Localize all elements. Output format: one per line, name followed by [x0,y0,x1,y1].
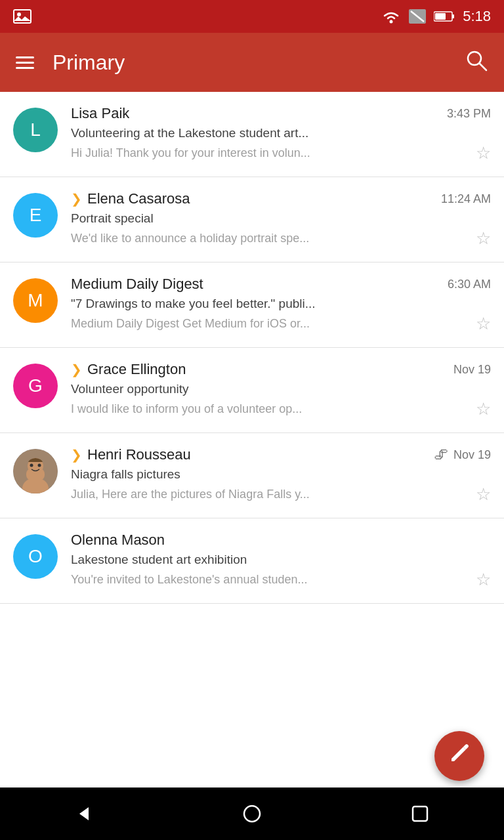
email-item[interactable]: ❯ Henri Rousseau 🖇Nov 19 Niagra falls pi… [0,433,504,518]
avatar: E [13,193,58,238]
email-sender: ❯ Elena Casarosa [71,190,190,207]
email-preview-text: We'd like to announce a holiday portrait… [71,232,469,245]
avatar [13,449,58,494]
app-title: Primary [52,51,465,75]
email-preview: You're invited to Lakestone's annual stu… [71,570,491,590]
email-preview-text: Hi Julia! Thank you for your interest in… [71,146,469,160]
star-button[interactable]: ☆ [476,143,491,163]
email-sender: Olenna Mason [71,532,165,549]
svg-rect-6 [452,14,454,18]
avatar: G [13,364,58,408]
svg-point-16 [38,464,41,467]
home-button[interactable] [236,797,268,830]
email-subject: Niagra falls pictures [71,467,491,482]
wifi-icon [381,9,401,24]
email-time: 6:30 AM [448,278,491,291]
email-sender: Medium Daily Digest [71,276,203,293]
email-preview: We'd like to announce a holiday portrait… [71,228,491,249]
email-time-container: 3:43 PM [447,107,491,121]
svg-point-18 [244,806,260,822]
svg-rect-19 [413,807,427,821]
avatar: O [13,534,58,579]
compose-icon [448,742,471,770]
email-preview-text: Medium Daily Digest Get Medium for iOS o… [71,317,469,331]
svg-point-1 [17,12,21,16]
email-sender: ❯ Grace Ellington [71,361,186,378]
search-button[interactable] [465,49,488,77]
email-time: Nov 19 [453,363,491,377]
email-item[interactable]: M Medium Daily Digest 6:30 AM "7 Drawing… [0,262,504,348]
signal-icon [409,9,426,24]
star-button[interactable]: ☆ [476,570,491,590]
svg-point-8 [468,52,481,65]
bottom-navigation [0,788,504,840]
email-preview: I would like to inform you of a voluntee… [71,399,491,419]
hamburger-menu-button[interactable] [16,56,34,69]
email-preview-text: Julia, Here are the pictures of Niagra F… [71,488,469,501]
important-marker: ❯ [71,362,82,377]
email-subject: Portrait special [71,211,491,226]
status-bar-left [13,9,373,24]
svg-point-2 [390,20,393,24]
email-content: ❯ Elena Casarosa 11:24 AM Portrait speci… [71,190,491,249]
email-preview-text: I would like to inform you of a voluntee… [71,402,469,416]
important-marker: ❯ [71,447,82,463]
star-button[interactable]: ☆ [476,399,491,419]
email-header: Olenna Mason [71,532,491,549]
email-time-container: 🖇Nov 19 [434,446,491,463]
battery-icon [434,10,455,22]
email-header: Lisa Paik 3:43 PM [71,105,491,122]
email-sender: Lisa Paik [71,105,129,122]
email-header: Medium Daily Digest 6:30 AM [71,276,491,293]
email-content: ❯ Grace Ellington Nov 19 Volunteer oppor… [71,361,491,419]
email-time: 11:24 AM [441,192,491,206]
email-content: Olenna Mason Lakestone student art exhib… [71,532,491,590]
recents-button[interactable] [404,797,436,830]
email-header: ❯ Henri Rousseau 🖇Nov 19 [71,446,491,463]
email-content: Lisa Paik 3:43 PM Volunteering at the La… [71,105,491,163]
status-time: 5:18 [463,8,491,25]
email-time-container: Nov 19 [453,363,491,377]
svg-marker-17 [79,807,89,820]
email-item[interactable]: O Olenna Mason Lakestone student art exh… [0,518,504,604]
svg-point-15 [30,464,33,467]
email-content: Medium Daily Digest 6:30 AM "7 Drawings … [71,276,491,334]
svg-line-9 [480,64,486,70]
email-subject: Volunteer opportunity [71,382,491,396]
email-preview-text: You're invited to Lakestone's annual stu… [71,573,469,587]
compose-button[interactable] [434,731,484,781]
email-preview: Medium Daily Digest Get Medium for iOS o… [71,314,491,334]
avatar: M [13,278,58,323]
star-button[interactable]: ☆ [476,228,491,249]
email-content: ❯ Henri Rousseau 🖇Nov 19 Niagra falls pi… [71,446,491,505]
important-marker: ❯ [71,191,82,207]
email-item[interactable]: L Lisa Paik 3:43 PM Volunteering at the … [0,92,504,177]
email-header: ❯ Grace Ellington Nov 19 [71,361,491,378]
email-subject: Volunteering at the Lakestone student ar… [71,126,491,140]
email-time: Nov 19 [453,448,491,462]
star-button[interactable]: ☆ [476,484,491,505]
email-item[interactable]: G ❯ Grace Ellington Nov 19 Volunteer opp… [0,348,504,433]
email-header: ❯ Elena Casarosa 11:24 AM [71,190,491,207]
svg-rect-7 [435,13,446,20]
email-item[interactable]: E ❯ Elena Casarosa 11:24 AM Portrait spe… [0,177,504,262]
status-bar: 5:18 [0,0,504,33]
email-sender: ❯ Henri Rousseau [71,446,191,463]
email-list: L Lisa Paik 3:43 PM Volunteering at the … [0,92,504,604]
attachment-icon: 🖇 [434,446,448,463]
email-time: 3:43 PM [447,107,491,121]
email-subject: Lakestone student art exhibition [71,553,491,567]
email-preview: Julia, Here are the pictures of Niagra F… [71,484,491,505]
star-button[interactable]: ☆ [476,314,491,334]
image-icon [13,9,32,24]
back-button[interactable] [68,797,100,830]
svg-rect-14 [26,469,45,480]
email-subject: "7 Drawings to make you feel better." pu… [71,297,491,311]
avatar: L [13,108,58,152]
email-time-container: 11:24 AM [441,192,491,206]
email-time-container: 6:30 AM [448,278,491,291]
email-preview: Hi Julia! Thank you for your interest in… [71,143,491,163]
app-bar: Primary [0,33,504,92]
